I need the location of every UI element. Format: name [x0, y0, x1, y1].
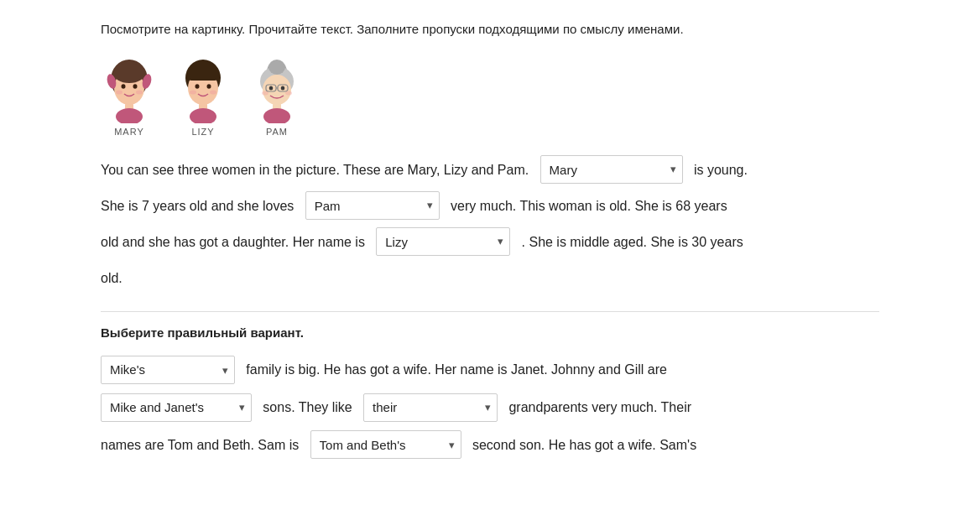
text-p6: . She is middle aged. She is 30 years — [522, 235, 743, 249]
dropdown-name-1[interactable]: Mary Lizy Pam — [540, 155, 683, 184]
svg-point-17 — [210, 90, 216, 94]
svg-point-10 — [116, 108, 143, 123]
fill2-p4: names are Tom and Beth. Sam is — [101, 438, 299, 452]
svg-rect-13 — [186, 70, 220, 81]
text-p3: She is 7 years old and she loves — [101, 199, 294, 213]
dropdown-6-container[interactable]: their his her — [363, 389, 498, 427]
text-p1: You can see three women in the picture. … — [101, 163, 529, 177]
text-p7: old. — [101, 271, 122, 285]
svg-point-14 — [195, 84, 200, 89]
character-mary: MARY — [101, 56, 158, 137]
character-lizy: LIZY — [175, 56, 232, 137]
dropdown-2-container[interactable]: Mary Pam Lizy — [305, 188, 440, 224]
characters-row: MARY — [101, 56, 879, 137]
svg-point-16 — [190, 90, 196, 94]
svg-point-5 — [122, 84, 126, 89]
dropdown-1-container[interactable]: Mary Lizy Pam — [540, 152, 683, 188]
character-pam: PAM — [248, 56, 305, 137]
dropdown-4-container[interactable]: Mike's Janet's Tom's — [101, 351, 235, 389]
character-name-pam: PAM — [266, 127, 288, 137]
fill2-p1: family is big. He has got a wife. Her na… — [246, 362, 667, 377]
dropdown-mikes[interactable]: Mike's Janet's Tom's — [101, 356, 235, 384]
text-p4: very much. This woman is old. She is 68 … — [451, 199, 727, 213]
dropdown-name-3[interactable]: Mary Lizy Pam — [376, 227, 510, 256]
svg-point-6 — [133, 84, 138, 89]
svg-point-24 — [269, 86, 274, 90]
svg-point-30 — [285, 91, 292, 95]
dropdown-5-container[interactable]: Mike and Janet's Tom and Beth's Johnny a… — [101, 389, 252, 427]
svg-point-19 — [190, 108, 216, 123]
fill2-p3: grandparents very much. Their — [508, 400, 691, 414]
svg-point-32 — [263, 108, 290, 123]
text-block-1: You can see three women in the picture. … — [101, 152, 879, 297]
avatar-mary — [101, 56, 158, 123]
dropdown-mikeandjane[interactable]: Mike and Janet's Tom and Beth's Johnny a… — [101, 393, 252, 422]
character-name-mary: MARY — [114, 127, 144, 137]
svg-point-15 — [207, 84, 211, 89]
section2-title: Выберите правильный вариант. — [101, 325, 879, 340]
fill-block-2: Mike's Janet's Tom's family is big. He h… — [101, 351, 879, 464]
dropdown-tombeth[interactable]: Tom and Beth's Mike and Janet's Johnny a… — [310, 430, 461, 459]
svg-point-8 — [136, 90, 143, 94]
svg-point-25 — [281, 86, 285, 90]
instruction-text: Посмотрите на картинку. Прочитайте текст… — [101, 20, 879, 39]
text-p2: is young. — [694, 163, 748, 177]
text-p5: old and she has got a daughter. Her name… — [101, 235, 365, 249]
section-divider — [101, 311, 879, 312]
dropdown-3-container[interactable]: Mary Lizy Pam — [376, 224, 510, 260]
dropdown-their[interactable]: their his her — [363, 393, 498, 422]
dropdown-name-2[interactable]: Mary Pam Lizy — [305, 191, 440, 220]
svg-point-29 — [262, 91, 268, 95]
svg-point-23 — [268, 60, 285, 75]
avatar-lizy — [175, 56, 232, 123]
fill2-p2: sons. They like — [263, 400, 352, 414]
svg-point-7 — [116, 90, 122, 94]
svg-point-22 — [263, 75, 291, 105]
avatar-pam — [248, 56, 305, 123]
character-name-lizy: LIZY — [191, 127, 214, 137]
dropdown-7-container[interactable]: Tom and Beth's Mike and Janet's Johnny a… — [310, 427, 461, 465]
svg-point-4 — [113, 63, 145, 83]
fill2-p5: second son. He has got a wife. Sam's — [472, 438, 696, 452]
